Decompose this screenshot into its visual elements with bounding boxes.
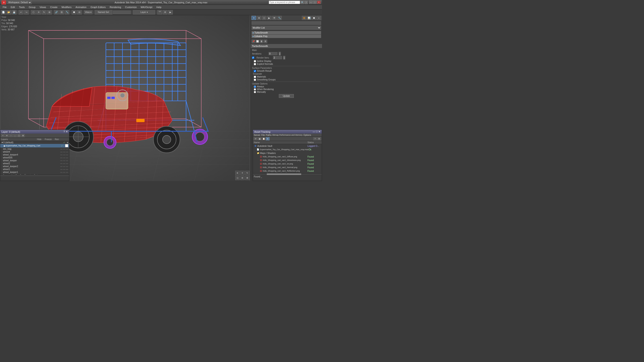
- configure-modifier-btn[interactable]: ⚙: [264, 39, 267, 43]
- menu-group[interactable]: Group: [27, 5, 37, 9]
- asset-tracking-max-btn[interactable]: □: [316, 130, 318, 133]
- always-radio[interactable]: [254, 86, 256, 88]
- asset-tracking-close-btn[interactable]: ✕: [318, 130, 320, 133]
- layer-scrollbar[interactable]: [0, 175, 69, 176]
- rotate-btn[interactable]: ↻: [42, 10, 46, 14]
- layer-row-cart-mesh[interactable]: Supermarket_Toy_Car_Shopping_Cart: [0, 174, 69, 175]
- iterations-input[interactable]: [268, 52, 278, 55]
- link-btn[interactable]: 🔗: [54, 10, 59, 14]
- layer-row-wheelkeeper4[interactable]: wheel_keeper4 — — —: [0, 153, 69, 156]
- render-iters-up[interactable]: ▲: [283, 56, 285, 58]
- save-btn[interactable]: 💾: [12, 10, 16, 14]
- asset-menu-file[interactable]: File: [261, 134, 265, 136]
- minimize-btn[interactable]: —: [309, 1, 312, 4]
- layer-row-wheel4[interactable]: wheel4 — — —: [0, 150, 69, 153]
- named-sel-input[interactable]: [113, 10, 131, 14]
- search-btn[interactable]: 🔍: [300, 1, 304, 4]
- render-iters-down[interactable]: ▼: [283, 58, 285, 59]
- modify-tab[interactable]: ⚙: [257, 16, 261, 20]
- smoothing-groups-checkbox[interactable]: [254, 79, 256, 81]
- menu-animation[interactable]: Animation: [74, 5, 88, 9]
- workspace-dropdown[interactable]: Workspace: Default: [7, 1, 32, 4]
- nav-field-of-view[interactable]: ◫: [235, 176, 240, 180]
- asset-scrollbar[interactable]: [253, 173, 322, 175]
- bind-btn[interactable]: 🔧: [64, 10, 70, 14]
- smooth-result-checkbox[interactable]: [254, 70, 256, 72]
- make-unique-btn[interactable]: ⬜: [256, 39, 259, 43]
- layer-dropdown[interactable]: Layer ▾: [133, 10, 155, 14]
- asset-menu-server[interactable]: Server: [254, 134, 260, 136]
- modifier-turbosmooth[interactable]: ● TurboSmooth: [252, 31, 321, 34]
- layer-row-wheel005[interactable]: wheel005 — — —: [0, 156, 69, 159]
- panel-icon-1[interactable]: 🔆: [302, 16, 306, 20]
- asset-settings-btn[interactable]: ⚙: [317, 137, 321, 140]
- panel-icon-4[interactable]: ▪: [317, 16, 321, 20]
- panel-icon-2[interactable]: 📊: [307, 16, 311, 20]
- turbosmooth-section-title[interactable]: TurboSmooth: [251, 44, 322, 48]
- unlink-btn[interactable]: ⛓: [59, 10, 64, 14]
- menu-customize[interactable]: Customize: [123, 5, 138, 9]
- modifier-editable-poly[interactable]: ● Editable Poly: [252, 35, 321, 38]
- asset-menu-bitmap[interactable]: Bitmap Performance and Memory: [272, 134, 302, 136]
- layer-manager-close-btn[interactable]: ✕: [66, 130, 68, 133]
- nav-zoom-sel[interactable]: ⊠: [245, 176, 250, 180]
- menu-views[interactable]: Views: [38, 5, 48, 9]
- nav-zoom-ext[interactable]: ⊞: [240, 176, 245, 180]
- asset-expand-btn[interactable]: ▦: [258, 137, 262, 140]
- menu-maxscript[interactable]: MAXScript: [139, 5, 154, 9]
- close-btn[interactable]: ✕: [317, 1, 321, 4]
- undo-btn[interactable]: ↩: [18, 10, 24, 14]
- layer-row-secbag[interactable]: sec_bag — — —: [0, 147, 69, 150]
- menu-modifiers[interactable]: Modifiers: [60, 5, 73, 9]
- snap-btn[interactable]: 🔲: [72, 10, 76, 14]
- create-tab[interactable]: ✦: [252, 16, 256, 20]
- app-icon[interactable]: 3: [1, 0, 6, 5]
- open-btn[interactable]: 📂: [6, 10, 11, 14]
- isoline-checkbox[interactable]: [254, 60, 256, 62]
- move-btn[interactable]: ✛: [36, 10, 41, 14]
- new-btn[interactable]: 📄: [1, 10, 6, 14]
- layer-manager-help-btn[interactable]: ?: [64, 130, 65, 133]
- asset-help-btn[interactable]: ?: [313, 137, 317, 140]
- layer-row-wheelkeeper[interactable]: wheel_keeper — — —: [0, 159, 69, 162]
- nav-zoom[interactable]: ⊕: [235, 171, 240, 175]
- menu-create[interactable]: Create: [48, 5, 59, 9]
- menu-tools[interactable]: Tools: [17, 5, 26, 9]
- materials-checkbox[interactable]: [254, 76, 256, 78]
- when-rendering-radio[interactable]: [254, 88, 256, 90]
- asset-row-normal[interactable]: 🖼 Kids_Shopping_cart_var2_Normal.png Fou…: [253, 166, 322, 169]
- panel-icon-3[interactable]: 🔲: [312, 16, 316, 20]
- layer-row-0[interactable]: ▼ 0 (default) ✓ ■: [0, 141, 69, 144]
- object-name-field[interactable]: sec_bag: [252, 21, 321, 25]
- layer-row-wheelkeeper1[interactable]: wheel_keeper1 — — —: [0, 171, 69, 174]
- asset-menu-paths[interactable]: Paths: [266, 134, 272, 136]
- menu-help[interactable]: Help: [154, 5, 163, 9]
- nav-orbit[interactable]: ↻: [245, 171, 250, 175]
- layer-delete-btn[interactable]: ✕: [5, 134, 9, 137]
- nav-pan[interactable]: ✛: [240, 171, 245, 175]
- mirror-btn[interactable]: ⊟: [77, 10, 82, 14]
- layer-row-cart[interactable]: ▶ Supermarket_Toy_Car_Shopping_Cart ✓: [0, 144, 69, 147]
- asset-view-btn[interactable]: 📋: [262, 137, 266, 140]
- explicit-normals-checkbox[interactable]: [254, 63, 256, 65]
- render-btn[interactable]: 🎬: [157, 10, 162, 14]
- layer-move-down-btn[interactable]: ↓: [13, 134, 17, 137]
- modifier-list-dropdown[interactable]: Modifier List: [252, 26, 321, 30]
- layer-row-wheelkeeper2[interactable]: wheel_keeper2 — — —: [0, 165, 69, 168]
- layer-row-wheel2[interactable]: wheel2 — — —: [0, 162, 69, 165]
- asset-row-vault[interactable]: 🏛 Autodesk Vault Logged O...: [253, 144, 322, 148]
- menu-edit[interactable]: Edit: [9, 5, 17, 9]
- motion-tab[interactable]: ▶: [267, 16, 272, 20]
- named-selections[interactable]: Named Sel:: [94, 10, 112, 14]
- pin-stack-btn[interactable]: 📌: [252, 39, 255, 43]
- layer-options-btn[interactable]: ⚙: [21, 134, 25, 137]
- redo-btn[interactable]: ↪: [24, 10, 29, 14]
- update-button[interactable]: Update: [279, 94, 294, 98]
- asset-row-diffuse[interactable]: 🖼 Kids_Shopping_cart_var2_Diffuse.png Fo…: [253, 155, 322, 158]
- asset-row-ior[interactable]: 🖼 Kids_Shopping_cart_var2_ior.png Found: [253, 162, 322, 166]
- remove-modifier-btn[interactable]: 🗑: [260, 39, 263, 43]
- layer-move-up-btn[interactable]: ↑: [9, 134, 13, 137]
- iterations-up[interactable]: ▲: [278, 52, 281, 54]
- manually-radio[interactable]: [254, 91, 256, 93]
- display-tab[interactable]: 👁: [272, 16, 276, 20]
